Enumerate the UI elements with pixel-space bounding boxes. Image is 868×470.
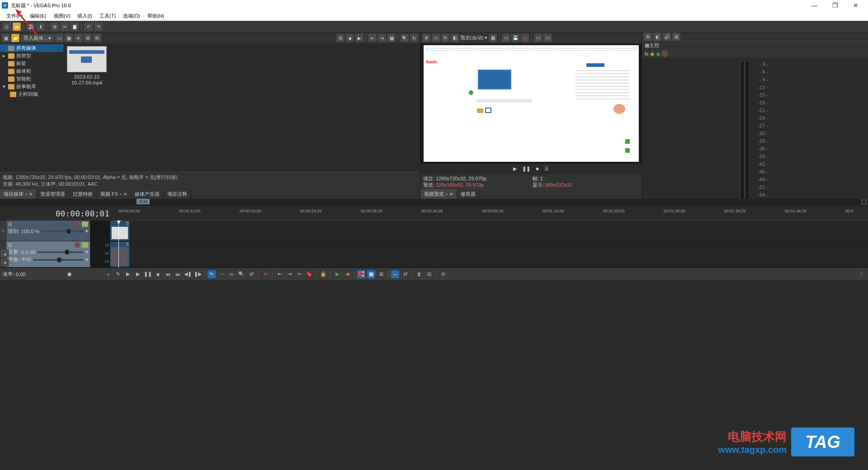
menu-view[interactable]: 视图(V)	[50, 12, 74, 20]
track-mute-icon[interactable]	[82, 242, 88, 248]
master-dim-icon[interactable]: ◐	[653, 33, 661, 41]
undo-button[interactable]: ↶	[85, 23, 93, 31]
event-group-button[interactable]: ⊟	[425, 270, 433, 278]
media-fx-icon[interactable]: fx	[93, 34, 101, 42]
tree-storyboard[interactable]: ▾故事板库	[0, 83, 63, 90]
timeline-ruler[interactable]: 00:00:00;0000:00:10;0000:00:19;2900:00:2…	[118, 206, 868, 221]
media-thumbnail[interactable]: 2023-02-1010-27-56.mp4	[66, 46, 108, 86]
go-start-button[interactable]: ⏮	[164, 270, 172, 278]
menu-more-icon[interactable]: ⋮	[857, 270, 865, 278]
ignore-group-button[interactable]: ⊘	[439, 270, 447, 278]
trim-end-button[interactable]: ⇥	[285, 270, 293, 278]
stop-button[interactable]: ■	[154, 270, 162, 278]
media-view-icon[interactable]: ▦	[2, 34, 10, 42]
tab-transitions[interactable]: 过渡特效	[69, 189, 97, 199]
preview-stop-button[interactable]: ■	[536, 166, 539, 172]
go-end-button[interactable]: ⏭	[174, 270, 182, 278]
master-mute-icon[interactable]: ◉	[650, 51, 655, 57]
preview-layout2-icon[interactable]: ▭	[543, 34, 552, 42]
level-slider[interactable]	[41, 230, 84, 232]
tab-notes[interactable]: 项目注释	[164, 189, 191, 199]
close-button[interactable]: ✕	[845, 0, 866, 11]
track-rec-icon[interactable]	[75, 242, 80, 248]
cut-button[interactable]: ✂	[61, 23, 69, 31]
menu-insert[interactable]: 插入(I)	[74, 12, 95, 20]
media-refresh-icon[interactable]: ↻	[410, 34, 418, 42]
preview-menu-button[interactable]: ☰	[544, 166, 549, 172]
new-button[interactable]: 🗋	[3, 23, 11, 31]
audio-track-header[interactable]: ☰ 音量:0.0 dB▾ 声像:中间▾	[6, 241, 90, 267]
menu-options[interactable]: 选项(O)	[119, 12, 144, 20]
media-stop-icon[interactable]: ■	[346, 34, 354, 42]
import-media-button[interactable]: 导入媒体... ▾	[21, 34, 54, 42]
render-button[interactable]: ⬇	[37, 23, 45, 31]
ripple-mode-button[interactable]: ⇄	[401, 270, 409, 278]
lock-button[interactable]: 🔒	[319, 270, 327, 278]
master-settings-icon[interactable]: ⚙	[644, 33, 652, 41]
audio-track-content[interactable]: ☰	[110, 241, 868, 267]
preview-rec-icon[interactable]: ●	[521, 34, 529, 42]
tree-smart[interactable]: 智能柜	[0, 75, 63, 83]
tree-main-timeline[interactable]: 主时间轴	[0, 90, 63, 98]
media-layout-icon[interactable]: ▦	[387, 34, 396, 42]
quantize-button[interactable]: ▦	[367, 270, 375, 278]
menu-file[interactable]: 文件(F)	[3, 12, 26, 20]
preview-grid-icon[interactable]: ▦	[489, 34, 497, 42]
auto-ripple-button[interactable]: ↔	[391, 270, 399, 278]
auto-crossfade-button[interactable]: ⧗	[415, 270, 423, 278]
media-in-icon[interactable]: ⇤	[368, 34, 377, 42]
next-frame-button[interactable]: ❚▶	[193, 270, 202, 278]
master-s-icon[interactable]: S	[662, 51, 668, 57]
trim-start-button[interactable]: ⇤	[275, 270, 283, 278]
media-props-icon[interactable]: ⚙	[84, 34, 92, 42]
preview-ext-icon[interactable]: ▭	[432, 34, 440, 42]
tree-tags[interactable]: 标签	[0, 60, 63, 67]
pause-button[interactable]: ❚❚	[144, 270, 152, 278]
preview-play-button[interactable]: ▶	[513, 166, 517, 172]
snap-marker-button[interactable]: ⊞	[377, 270, 385, 278]
track-menu-icon[interactable]: ☰	[8, 222, 12, 227]
video-clip[interactable]: ☰	[110, 221, 129, 240]
timeline-playhead[interactable]	[118, 221, 119, 268]
menu-tools[interactable]: 工具(T)	[96, 12, 119, 20]
tree-all-media[interactable]: 所有媒体	[0, 44, 63, 52]
pan-slider[interactable]	[33, 259, 84, 261]
master-speaker-icon[interactable]: 🔊	[663, 33, 671, 41]
play-button[interactable]: ▶	[134, 270, 142, 278]
open-button[interactable]: 📂	[13, 23, 21, 31]
media-settings-icon[interactable]: ⚙	[336, 34, 344, 42]
delete-button[interactable]: ✕	[261, 270, 269, 278]
select-tool[interactable]: ▭	[227, 270, 236, 278]
zoom-tool[interactable]: 🔍	[237, 270, 245, 278]
minimize-button[interactable]: —	[804, 0, 825, 11]
normal-edit-tool[interactable]: ↖	[208, 270, 216, 278]
media-remove-icon[interactable]: ✕	[74, 34, 82, 42]
track-scroll-down-icon[interactable]: ▾	[1, 258, 9, 267]
tab-explorer[interactable]: 资源管理器	[37, 189, 69, 199]
marker-out-button[interactable]: ◀	[343, 270, 351, 278]
track-menu-icon[interactable]: ☰	[8, 243, 12, 248]
video-track-content[interactable]: ☰	[110, 221, 868, 241]
preview-quality-dropdown[interactable]: 预览(自动) ▾	[460, 34, 487, 41]
track-mute-icon[interactable]	[82, 221, 88, 227]
marker-in-button[interactable]: ▶	[333, 270, 341, 278]
tree-bins[interactable]: 媒体柜	[0, 67, 63, 75]
tree-by-type[interactable]: ▸按类型	[0, 52, 63, 60]
media-grid-icon[interactable]: ▦	[65, 34, 73, 42]
media-out-icon[interactable]: ⇥	[378, 34, 386, 42]
preview-overlay-icon[interactable]: ▭	[502, 34, 510, 42]
loop-button[interactable]: ↻	[114, 270, 122, 278]
redo-button[interactable]: ↷	[94, 23, 103, 31]
media-capture-icon[interactable]: ▭	[55, 34, 63, 42]
split-button[interactable]: ✂	[295, 270, 303, 278]
tab-video-fx[interactable]: 视频 FX▫✕	[97, 189, 131, 199]
timeline-marker-bar[interactable]: -5:10	[0, 199, 868, 206]
preview-layout1-icon[interactable]: ▭	[534, 34, 542, 42]
prev-frame-button[interactable]: ◀❚	[184, 270, 192, 278]
tab-trimmer[interactable]: 修剪器	[457, 189, 480, 199]
media-play-icon[interactable]: ▶	[355, 34, 363, 42]
copy-button[interactable]: 📋	[71, 23, 79, 31]
rate-slider-thumb[interactable]: ◼	[65, 270, 73, 278]
master-fx-icon[interactable]: fx	[645, 51, 649, 56]
track-scroll-up-icon[interactable]: ▴	[1, 249, 9, 258]
